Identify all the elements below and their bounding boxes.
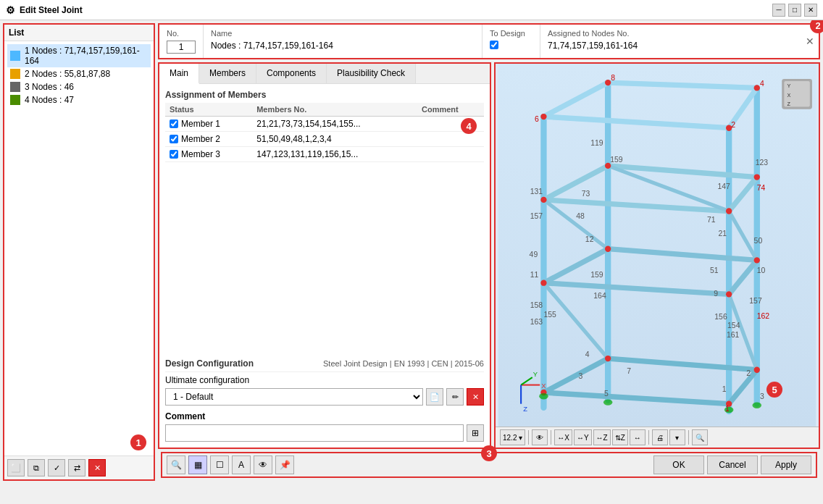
tab-main[interactable]: Main (159, 64, 199, 84)
duplicate-button[interactable]: ⧉ (28, 459, 45, 476)
config-row: 1 - Default 📄 ✏ ✕ (165, 388, 484, 406)
design-config-label: Design Configuration (165, 358, 254, 369)
viewer-panel: 5 (494, 62, 820, 449)
table-row: Member 3 147,123,131,119,156,15... (165, 147, 484, 162)
svg-point-39 (754, 367, 760, 373)
svg-text:7: 7 (627, 367, 631, 375)
iy-button[interactable]: ↔Y (574, 429, 592, 445)
svg-text:3: 3 (578, 372, 582, 380)
svg-text:157: 157 (749, 297, 762, 305)
assigned-field: Assigned to Nodes No. 71,74,157,159,161-… (540, 25, 819, 58)
design-config-value: Steel Joint Design | EN 1993 | CEN | 201… (323, 359, 484, 368)
new-button[interactable]: ⬜ (7, 459, 25, 476)
to-design-label: To Design (490, 29, 532, 38)
print-options-button[interactable]: ▾ (669, 429, 685, 445)
box-button[interactable]: ☐ (210, 455, 229, 474)
svg-text:3: 3 (760, 392, 764, 400)
member-1-checkbox[interactable] (170, 119, 178, 128)
iz-button[interactable]: ↔Z (593, 429, 611, 445)
svg-text:156: 156 (714, 313, 727, 321)
svg-text:162: 162 (757, 312, 770, 320)
ixyz-button[interactable]: ↔ (630, 429, 646, 445)
minimize-button[interactable]: ─ (772, 4, 785, 17)
tab-components[interactable]: Components (256, 64, 327, 83)
member-3-nos: 147,123,131,119,156,15... (252, 147, 417, 162)
tab-plausibility[interactable]: Plausibility Check (327, 64, 416, 83)
right-section: 2 No. Name Nodes : 71,74,157,159,161-164… (158, 23, 820, 481)
comment-action-button[interactable]: ⊞ (467, 424, 484, 442)
member-2-checkbox[interactable] (170, 135, 178, 143)
ok-button[interactable]: OK (653, 455, 704, 474)
list-item[interactable]: 4 Nodes : 47 (7, 93, 151, 106)
svg-point-42 (539, 393, 548, 399)
left-panel-footer: ⬜ ⧉ ✓ ⇄ ✕ (4, 455, 154, 479)
svg-text:2: 2 (746, 369, 751, 377)
svg-text:163: 163 (530, 318, 543, 326)
member-3-checkbox[interactable] (170, 150, 178, 159)
config-new-button[interactable]: 📄 (426, 388, 443, 406)
maximize-button[interactable]: □ (788, 4, 801, 17)
delete-button[interactable]: ✕ (88, 459, 106, 476)
print-button[interactable]: 🖨 (652, 429, 668, 445)
section-badge-5: 5 (766, 382, 782, 398)
list-item-label: 4 Nodes : 47 (25, 95, 74, 105)
table-row: Member 2 51,50,49,48,1,2,3,4 (165, 132, 484, 147)
color-indicator (10, 82, 20, 92)
list-item[interactable]: 2 Nodes : 55,81,87,88 (7, 67, 151, 80)
svg-text:51: 51 (710, 266, 719, 274)
svg-text:Y: Y (533, 370, 538, 378)
search-button[interactable]: 🔍 (167, 455, 185, 474)
section-badge-1: 1 (130, 434, 146, 450)
comment-row: ⊞ (165, 424, 484, 442)
font-button[interactable]: A (232, 455, 251, 474)
viewer-body[interactable]: 5 (496, 64, 819, 427)
comment-section: Comment ⊞ (165, 411, 484, 442)
tab-members[interactable]: Members (199, 64, 256, 83)
name-value: Nodes : 71,74,157,159,161-164 (211, 41, 475, 51)
no-field: No. (159, 25, 204, 58)
settings-button[interactable]: 🔍 (692, 429, 708, 445)
svg-text:71: 71 (707, 216, 716, 224)
member-3-comment (417, 147, 484, 162)
eye2-button[interactable]: 👁 (254, 455, 272, 474)
config-select[interactable]: 1 - Default (165, 388, 423, 406)
cancel-button[interactable]: Cancel (707, 455, 758, 474)
members-table: Status Members No. Comment (165, 103, 484, 162)
svg-point-33 (726, 208, 732, 214)
svg-point-31 (754, 174, 760, 180)
to-design-checkbox[interactable] (490, 41, 498, 49)
col-status: Status (165, 103, 252, 117)
close-button[interactable]: ✕ (804, 4, 817, 17)
svg-point-27 (754, 85, 760, 91)
list-item[interactable]: 1 Nodes : 71,74,157,159,161-164 (7, 44, 151, 67)
svg-text:123: 123 (756, 159, 769, 167)
col-members-no: Members No. (252, 103, 417, 117)
member-2-nos: 51,50,49,48,1,2,3,4 (252, 132, 417, 147)
member-1-nos: 21,21,73,73,154,154,155... (252, 117, 417, 132)
title-bar: ⚙ Edit Steel Joint ─ □ ✕ (0, 0, 823, 20)
config-edit-button[interactable]: ✏ (446, 388, 464, 406)
app-icon: ⚙ (6, 4, 15, 16)
check-button[interactable]: ✓ (48, 459, 65, 476)
table-button[interactable]: ▦ (188, 455, 207, 474)
ix-button[interactable]: ↔X (554, 429, 572, 445)
toolbar-separator (688, 430, 689, 445)
renumber-button[interactable]: ⇄ (68, 459, 85, 476)
apply-button[interactable]: Apply (761, 455, 811, 474)
pin-button[interactable]: 📌 (275, 455, 294, 474)
list-item[interactable]: 3 Nodes : 46 (7, 80, 151, 93)
eye-button[interactable]: 👁 (532, 429, 548, 445)
assigned-clear-button[interactable]: ✕ (806, 35, 814, 47)
no-input[interactable] (167, 41, 196, 54)
svg-text:131: 131 (530, 188, 543, 196)
empty-area (165, 168, 484, 347)
iz2-button[interactable]: ⇅Z (612, 429, 628, 445)
config-delete-button[interactable]: ✕ (467, 388, 484, 406)
svg-text:12: 12 (585, 235, 594, 243)
svg-text:9: 9 (714, 290, 718, 298)
member-status: Member 2 (165, 132, 252, 147)
svg-text:2: 2 (731, 121, 735, 129)
svg-text:74: 74 (757, 184, 766, 192)
color-indicator (10, 51, 20, 61)
comment-input[interactable] (165, 424, 464, 442)
